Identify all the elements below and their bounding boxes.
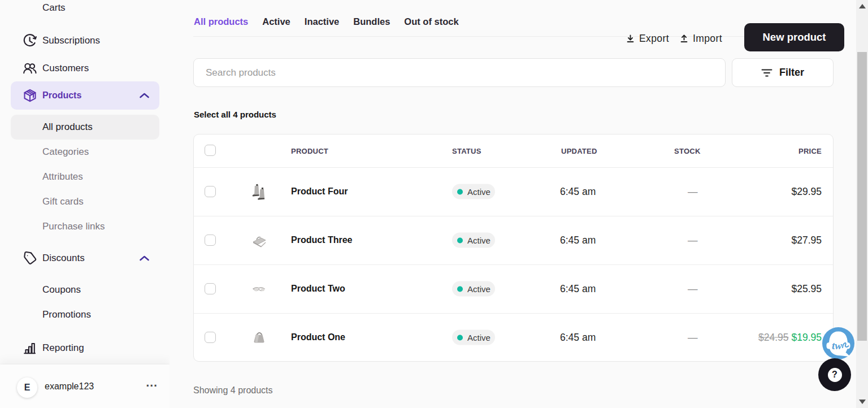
svg-text:tw: tw	[832, 340, 842, 351]
